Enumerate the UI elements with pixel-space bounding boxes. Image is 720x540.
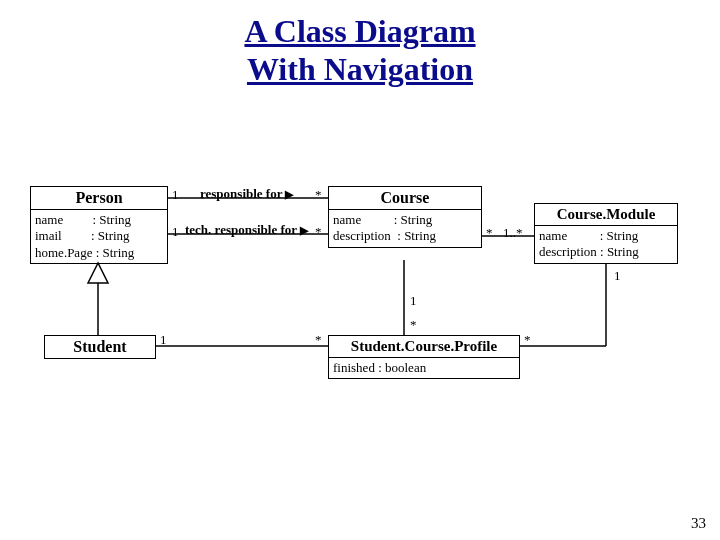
- title-line1: A Class Diagram: [244, 13, 475, 49]
- mult-profile-left: *: [315, 332, 322, 348]
- class-student-name: Student: [45, 336, 155, 358]
- class-person: Person name : String imail : String home…: [30, 186, 168, 264]
- class-module: Course.Module name : String description …: [534, 203, 678, 264]
- mult-course-resp: *: [315, 187, 322, 203]
- title-line2: With Navigation: [247, 51, 473, 87]
- arrow-icon: ▶: [285, 188, 293, 201]
- mult-course-profile-bottom: *: [410, 317, 417, 333]
- class-module-name: Course.Module: [535, 204, 677, 225]
- mult-module-right: 1..*: [503, 225, 523, 241]
- mult-profile-module-right: *: [524, 332, 531, 348]
- class-module-attrs: name : String description : String: [535, 226, 677, 263]
- class-student: Student: [44, 335, 156, 359]
- diagram-title: A Class Diagram With Navigation: [0, 12, 720, 89]
- class-person-name: Person: [31, 187, 167, 209]
- mult-course-profile-top: 1: [410, 293, 417, 309]
- class-course-name: Course: [329, 187, 481, 209]
- class-person-attrs: name : String imail : String home.Page :…: [31, 210, 167, 263]
- mult-course-tech: *: [315, 224, 322, 240]
- arrow-icon: ▶: [300, 224, 308, 237]
- assoc-tech-responsible-for: tech. responsible for ▶: [185, 222, 308, 238]
- assoc-responsible-for: responsible for ▶: [200, 186, 293, 202]
- svg-marker-8: [88, 263, 108, 283]
- mult-course-module-left: *: [486, 225, 493, 241]
- mult-person-resp: 1: [172, 187, 179, 203]
- slide-number: 33: [691, 515, 706, 532]
- class-profile-name: Student.Course.Profile: [329, 336, 519, 357]
- mult-module-bottom: 1: [614, 268, 621, 284]
- class-course: Course name : String description : Strin…: [328, 186, 482, 248]
- class-profile-attrs: finished : boolean: [329, 358, 519, 378]
- class-course-attrs: name : String description : String: [329, 210, 481, 247]
- mult-student-profile-left: 1: [160, 332, 167, 348]
- class-profile: Student.Course.Profile finished : boolea…: [328, 335, 520, 379]
- mult-person-tech: 1: [172, 224, 179, 240]
